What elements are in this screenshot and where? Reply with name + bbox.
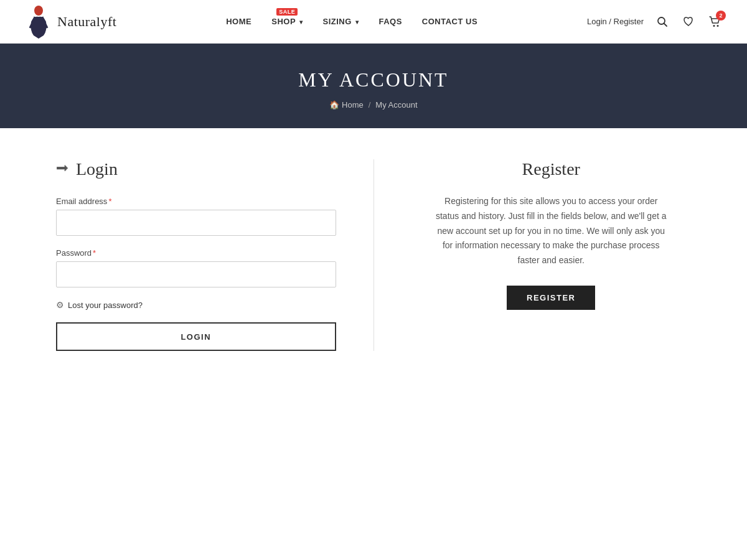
wishlist-button[interactable] xyxy=(681,14,696,29)
logo[interactable]: Naturalyft xyxy=(25,4,116,39)
nav-faqs[interactable]: FAQS xyxy=(378,17,402,26)
nav-home[interactable]: HOME xyxy=(226,17,251,26)
shop-chevron: ▾ xyxy=(299,19,303,26)
svg-point-4 xyxy=(717,25,719,27)
register-title: Register xyxy=(411,159,692,179)
sale-badge: SALE xyxy=(276,8,298,16)
sizing-chevron: ▾ xyxy=(355,19,359,26)
logo-icon xyxy=(25,4,52,39)
logo-text: Naturalyft xyxy=(57,14,116,30)
login-section: ⮕ Login Email address* Password* ⚙ Lost … xyxy=(56,159,374,351)
password-input[interactable] xyxy=(56,261,336,287)
breadcrumb-separator: / xyxy=(369,100,371,110)
heart-icon xyxy=(683,16,694,27)
nav-sizing[interactable]: SIZING ▾ xyxy=(322,17,359,26)
register-button[interactable]: REGISTER xyxy=(507,286,595,310)
lost-password-icon: ⚙ xyxy=(56,300,64,310)
register-description: Registering for this site allows you to … xyxy=(433,194,669,268)
login-arrow-icon: ⮕ xyxy=(56,161,70,177)
hero-banner: MY ACCOUNT 🏠 Home / My Account xyxy=(0,44,747,128)
svg-point-3 xyxy=(713,25,715,27)
svg-line-2 xyxy=(664,23,667,26)
lost-password-link[interactable]: ⚙ Lost your password? xyxy=(56,300,336,310)
cart-button[interactable]: 2 xyxy=(707,14,722,29)
cart-badge: 2 xyxy=(716,11,726,21)
svg-point-0 xyxy=(34,6,43,16)
nav-shop[interactable]: SALE SHOP ▾ xyxy=(271,17,303,26)
login-button[interactable]: LOGIN xyxy=(56,322,336,351)
password-label: Password* xyxy=(56,248,336,258)
search-icon xyxy=(657,16,668,27)
main-content: ⮕ Login Email address* Password* ⚙ Lost … xyxy=(31,128,716,382)
password-field-group: Password* xyxy=(56,248,336,287)
header-actions: Login / Register 2 xyxy=(587,14,722,29)
page-title: MY ACCOUNT xyxy=(12,68,735,91)
email-label: Email address* xyxy=(56,197,336,206)
main-nav: HOME SALE SHOP ▾ SIZING ▾ FAQS CONTACT U… xyxy=(226,17,477,26)
email-input[interactable] xyxy=(56,210,336,236)
login-register-link[interactable]: Login / Register xyxy=(587,17,644,26)
breadcrumb: 🏠 Home / My Account xyxy=(12,100,735,110)
nav-contact[interactable]: CONTACT US xyxy=(422,17,477,26)
site-header: Naturalyft HOME SALE SHOP ▾ SIZING ▾ FAQ… xyxy=(0,0,747,44)
breadcrumb-current: My Account xyxy=(375,100,417,110)
email-required: * xyxy=(108,197,111,206)
register-section: Register Registering for this site allow… xyxy=(374,159,692,351)
password-required: * xyxy=(93,248,96,258)
login-title: ⮕ Login xyxy=(56,159,336,179)
email-field-group: Email address* xyxy=(56,197,336,236)
breadcrumb-home-link[interactable]: 🏠 Home xyxy=(329,100,363,110)
search-button[interactable] xyxy=(655,14,670,29)
